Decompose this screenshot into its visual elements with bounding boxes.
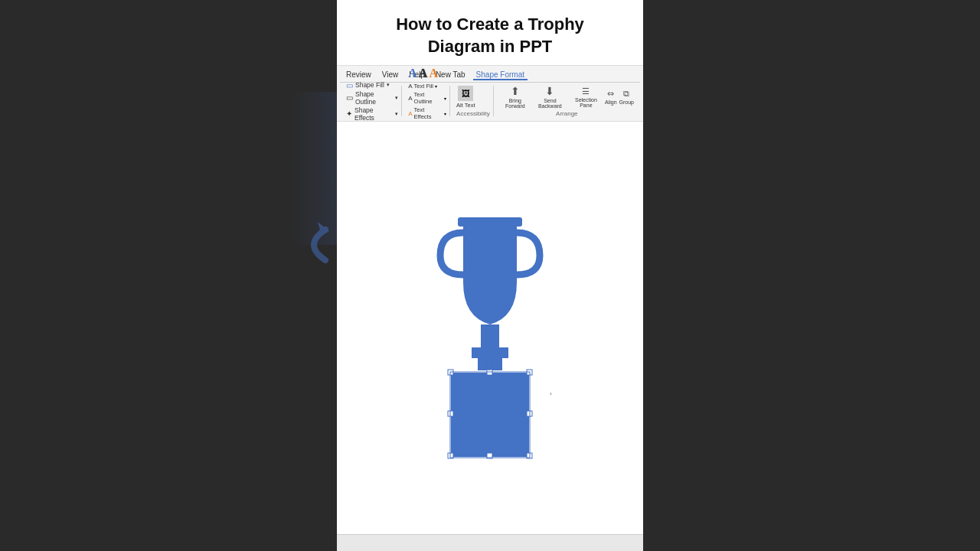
ribbon-group-wordart: A A A A Text Fill▾ A Text Outline▾ — [405, 86, 450, 116]
svg-text:↖: ↖ — [550, 390, 551, 399]
wordart-a-orange[interactable]: A — [429, 67, 438, 80]
selection-pane-btn[interactable]: ☰ Selection Pane — [570, 86, 603, 108]
svg-rect-2 — [481, 324, 499, 347]
slide-background[interactable]: ↖ — [337, 122, 643, 534]
right-panel — [643, 0, 980, 551]
trophy-container: ↖ — [429, 206, 551, 466]
main-container: How to Create a Trophy Diagram in PPT Re… — [0, 0, 980, 551]
svg-rect-4 — [478, 358, 502, 370]
ribbon-content: ▭ Shape Fill ▾ ▭ Shape Outline ▾ ✦ Shape… — [340, 83, 640, 119]
svg-rect-3 — [472, 347, 508, 358]
ribbon-group-accessibility: 🖼 Alt Text Accessibility — [453, 86, 494, 116]
wordart-buttons: A A A — [408, 67, 438, 80]
shape-style-items: ▭ Shape Fill ▾ ▭ Shape Outline ▾ ✦ Shape… — [346, 81, 398, 122]
ribbon-group-shape-styles: ▭ Shape Fill ▾ ▭ Shape Outline ▾ ✦ Shape… — [343, 86, 402, 116]
svg-rect-5 — [451, 373, 529, 457]
alt-text-label[interactable]: Alt Text — [456, 102, 475, 109]
text-fill-item[interactable]: A Text Fill▾ — [408, 83, 446, 90]
arrange-label: Arrange — [500, 110, 634, 117]
group-btn[interactable]: ⧉ Group — [619, 89, 634, 105]
tab-shape-format[interactable]: Shape Format — [473, 69, 528, 80]
ribbon-group-arrange: ⬆ Bring Forward ⬇ Send Backward ☰ Select… — [497, 86, 637, 116]
svg-rect-1 — [458, 217, 522, 227]
alt-text-icon: 🖼 — [458, 86, 473, 101]
accessibility-label: Accessibility — [456, 110, 490, 117]
bring-forward-btn[interactable]: ⬆ Bring Forward — [500, 85, 531, 109]
left-panel — [0, 0, 337, 551]
shape-fill-item[interactable]: ▭ Shape Fill ▾ — [346, 81, 398, 90]
tab-review[interactable]: Review — [343, 69, 374, 80]
arrow-hint-icon — [283, 214, 345, 276]
slide-area: ↖ — [337, 122, 643, 534]
wordart-a-outline[interactable]: A — [419, 67, 428, 80]
ribbon-area: Review View Help New Tab Shape Format ▭ … — [337, 65, 643, 122]
tab-view[interactable]: View — [379, 69, 402, 80]
shape-outline-item[interactable]: ▭ Shape Outline ▾ — [346, 90, 398, 106]
wordart-a-blue[interactable]: A — [408, 67, 417, 80]
text-effects-item[interactable]: A Text Effects▾ — [408, 106, 446, 120]
slide-title: How to Create a Trophy Diagram in PPT — [352, 14, 628, 57]
trophy-svg: ↖ — [429, 206, 551, 466]
status-bar — [337, 534, 643, 551]
align-btn[interactable]: ⇔ Align — [605, 89, 617, 105]
text-outline-item[interactable]: A Text Outline▾ — [408, 91, 446, 105]
svg-marker-0 — [318, 222, 329, 236]
status-text — [341, 540, 344, 547]
title-area: How to Create a Trophy Diagram in PPT — [337, 0, 643, 65]
center-panel: How to Create a Trophy Diagram in PPT Re… — [337, 0, 643, 551]
shape-effects-item[interactable]: ✦ Shape Effects ▾ — [346, 106, 398, 122]
send-backward-btn[interactable]: ⬇ Send Backward — [533, 85, 567, 109]
